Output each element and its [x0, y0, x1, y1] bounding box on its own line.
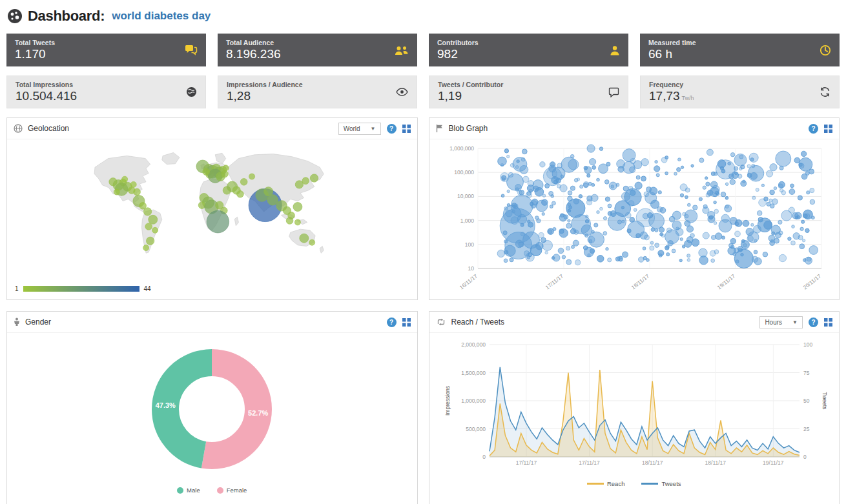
user-icon — [610, 45, 620, 55]
svg-text:500,000: 500,000 — [466, 426, 486, 432]
page-header: Dashboard: world diabetes day — [6, 8, 840, 25]
svg-text:18/11/17: 18/11/17 — [705, 459, 726, 466]
geolocation-scope-select[interactable]: World ▼ — [338, 123, 381, 135]
stat-impressions-audience: Impressions / Audience 1,28 — [218, 76, 417, 108]
svg-text:50: 50 — [803, 398, 810, 404]
female-legend-label: Female — [227, 487, 247, 494]
globe-icon — [186, 86, 197, 97]
app-logo-icon — [6, 8, 23, 25]
svg-text:75: 75 — [803, 370, 810, 376]
chat-icon — [185, 45, 198, 56]
stat-label: Total Impressions — [15, 81, 77, 88]
tweets-legend-label: Tweets — [661, 480, 681, 487]
stat-total-tweets: Total Tweets 1.170 — [6, 34, 206, 66]
stat-label: Total Tweets — [15, 39, 55, 46]
stat-measured-time: Measured time 66 h — [640, 34, 840, 66]
reach-legend: Reach Tweets — [429, 480, 840, 487]
stat-unit: Tw/h — [682, 95, 694, 101]
chevron-down-icon: ▼ — [371, 126, 376, 132]
help-icon[interactable]: ? — [387, 318, 397, 327]
page-title: Dashboard: — [28, 8, 105, 25]
secondary-stats-row: Total Impressions 10.504.416 Impressions… — [6, 76, 840, 108]
male-legend-dot — [177, 487, 183, 494]
flag-icon — [436, 124, 444, 133]
svg-text:17/11/17: 17/11/17 — [544, 273, 564, 291]
clock-icon — [820, 45, 831, 56]
svg-text:Impressions: Impressions — [444, 386, 451, 416]
refresh-icon — [820, 86, 831, 97]
panel-title: Geolocation — [28, 124, 69, 133]
stat-label: Tweets / Contributor — [438, 81, 503, 88]
panel-reach-tweets: Reach / Tweets Hours ▼ ? 2,000,0001001,5… — [429, 311, 840, 504]
grid-icon[interactable] — [402, 318, 411, 327]
campaign-name[interactable]: world diabetes day — [112, 10, 211, 23]
retweet-icon — [436, 318, 446, 326]
stat-value: 8.196.236 — [226, 47, 281, 61]
panel-gender: Gender ? 52.7%47.3% Male Female — [6, 311, 418, 504]
panels-grid: Geolocation World ▼ ? — [6, 117, 840, 504]
help-icon[interactable]: ? — [387, 124, 397, 134]
svg-text:0: 0 — [803, 454, 807, 460]
svg-text:18/11/17: 18/11/17 — [642, 459, 663, 466]
speech-bubble-icon — [608, 87, 619, 97]
stat-label: Impressions / Audience — [227, 81, 302, 88]
svg-text:17/11/17: 17/11/17 — [579, 459, 600, 466]
svg-text:52.7%: 52.7% — [248, 409, 268, 417]
gender-legend: Male Female — [7, 487, 417, 494]
primary-stats-row: Total Tweets 1.170 Total Audience 8.196.… — [6, 34, 840, 66]
grid-icon[interactable] — [824, 318, 832, 327]
svg-text:1,000,000: 1,000,000 — [449, 145, 474, 152]
stat-label: Measured time — [648, 39, 696, 46]
svg-text:20/11/17: 20/11/17 — [801, 273, 822, 291]
users-icon — [395, 45, 409, 55]
legend-gradient-bar — [23, 286, 139, 292]
reach-legend-label: Reach — [607, 480, 624, 487]
stat-value: 982 — [437, 47, 479, 61]
svg-text:47.3%: 47.3% — [156, 401, 176, 409]
stat-frequency: Frequency 17,73Tw/h — [640, 76, 840, 108]
panel-title: Reach / Tweets — [451, 318, 505, 327]
svg-text:10: 10 — [468, 265, 474, 272]
panel-title: Gender — [25, 318, 51, 327]
stat-value: 66 h — [648, 47, 696, 61]
svg-text:1,000,000: 1,000,000 — [461, 398, 486, 404]
svg-text:0: 0 — [482, 454, 486, 460]
stat-value: 1,19 — [438, 89, 503, 103]
panel-geolocation: Geolocation World ▼ ? — [6, 117, 418, 300]
female-legend-dot — [217, 487, 223, 494]
grid-icon[interactable] — [402, 125, 411, 133]
svg-text:19/11/17: 19/11/17 — [763, 459, 784, 466]
stat-value: 10.504.416 — [15, 89, 77, 103]
chevron-down-icon: ▼ — [792, 319, 798, 325]
stat-total-impressions: Total Impressions 10.504.416 — [6, 76, 206, 108]
svg-text:25: 25 — [803, 426, 810, 432]
svg-text:2,000,000: 2,000,000 — [461, 341, 486, 348]
svg-text:100,000: 100,000 — [454, 169, 474, 176]
help-icon[interactable]: ? — [809, 318, 818, 327]
reach-interval-select[interactable]: Hours ▼ — [759, 316, 803, 328]
stat-value: 1,28 — [227, 89, 302, 103]
reach-legend-line — [587, 483, 604, 485]
panel-blob-graph: Blob Graph ? 1,000,000100,00010,0001,000… — [429, 117, 840, 300]
svg-text:10,000: 10,000 — [457, 193, 474, 199]
map-legend: 1 44 — [15, 285, 151, 292]
stat-value: 17,73Tw/h — [649, 89, 694, 103]
svg-text:1,500,000: 1,500,000 — [461, 370, 486, 376]
gender-donut-chart: 52.7%47.3% — [63, 338, 360, 483]
help-icon[interactable]: ? — [809, 124, 818, 134]
person-icon — [14, 318, 20, 327]
globe-outline-icon — [14, 124, 23, 133]
stat-contributors: Contributors 982 — [429, 34, 628, 66]
grid-icon[interactable] — [824, 125, 832, 133]
male-legend-label: Male — [187, 487, 200, 494]
stat-total-audience: Total Audience 8.196.236 — [218, 34, 417, 66]
svg-text:18/11/17: 18/11/17 — [630, 273, 650, 291]
stat-tweets-contributor: Tweets / Contributor 1,19 — [429, 76, 628, 108]
svg-text:16/11/17: 16/11/17 — [458, 273, 479, 291]
reach-tweets-chart: 2,000,0001001,500,000751,000,00050500,00… — [440, 339, 828, 476]
stat-label: Contributors — [437, 39, 479, 46]
legend-min: 1 — [15, 285, 19, 292]
svg-text:19/11/17: 19/11/17 — [716, 273, 736, 291]
eye-icon — [396, 88, 408, 96]
svg-text:17/11/17: 17/11/17 — [515, 459, 537, 466]
